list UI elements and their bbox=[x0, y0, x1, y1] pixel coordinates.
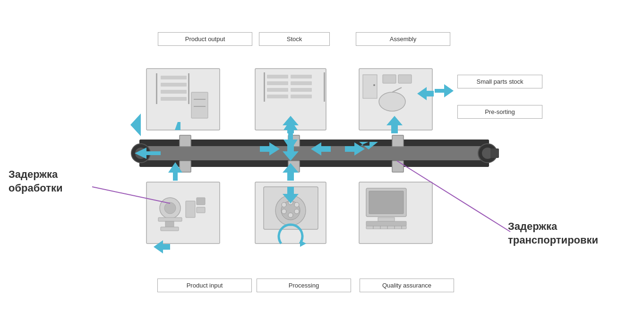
svg-marker-85 bbox=[283, 163, 299, 181]
svg-point-2 bbox=[131, 144, 150, 163]
svg-rect-26 bbox=[267, 88, 288, 92]
svg-rect-23 bbox=[255, 69, 326, 130]
svg-marker-84 bbox=[168, 162, 182, 181]
svg-point-5 bbox=[482, 148, 493, 159]
svg-marker-88 bbox=[154, 240, 170, 253]
svg-rect-60 bbox=[359, 182, 432, 244]
annotation-delay-transport: Задержка транспортировки bbox=[508, 220, 598, 247]
label-quality-assurance: Quality assurance bbox=[360, 279, 454, 292]
svg-rect-65 bbox=[366, 226, 406, 229]
svg-rect-25 bbox=[267, 81, 288, 85]
conveyor-belt-inner bbox=[144, 144, 484, 162]
main-container: Product output Stock Assembly Small part… bbox=[0, 0, 644, 314]
svg-marker-76 bbox=[283, 116, 299, 133]
svg-rect-33 bbox=[324, 72, 325, 102]
svg-marker-71 bbox=[130, 113, 155, 136]
svg-rect-47 bbox=[186, 201, 195, 218]
svg-rect-9 bbox=[392, 135, 404, 147]
svg-line-40 bbox=[392, 87, 402, 92]
svg-rect-8 bbox=[288, 135, 300, 147]
svg-marker-72 bbox=[135, 148, 161, 159]
svg-marker-87 bbox=[300, 240, 306, 247]
svg-line-90 bbox=[92, 187, 170, 203]
svg-rect-48 bbox=[197, 198, 205, 205]
svg-rect-64 bbox=[366, 221, 406, 226]
svg-rect-15 bbox=[161, 83, 187, 87]
svg-rect-6 bbox=[490, 148, 499, 158]
svg-marker-79 bbox=[435, 84, 454, 97]
svg-point-39 bbox=[379, 92, 405, 111]
svg-rect-38 bbox=[398, 75, 412, 83]
svg-rect-34 bbox=[359, 69, 432, 130]
svg-rect-10 bbox=[180, 161, 191, 172]
label-processing: Processing bbox=[257, 279, 351, 292]
svg-rect-19 bbox=[188, 73, 189, 104]
label-stock: Stock bbox=[259, 32, 330, 46]
svg-marker-77 bbox=[283, 144, 299, 161]
svg-point-4 bbox=[478, 144, 497, 163]
svg-rect-14 bbox=[161, 76, 187, 79]
svg-rect-24 bbox=[267, 75, 288, 78]
svg-rect-12 bbox=[392, 161, 404, 172]
svg-point-56 bbox=[294, 202, 299, 207]
svg-point-58 bbox=[288, 213, 293, 218]
svg-marker-78 bbox=[386, 116, 403, 133]
svg-rect-61 bbox=[366, 188, 406, 217]
svg-rect-50 bbox=[255, 182, 326, 244]
svg-rect-31 bbox=[291, 95, 312, 98]
svg-rect-0 bbox=[139, 140, 489, 146]
svg-marker-86 bbox=[283, 187, 299, 203]
svg-rect-45 bbox=[165, 221, 174, 227]
svg-rect-18 bbox=[156, 73, 157, 104]
svg-marker-83 bbox=[345, 142, 365, 156]
svg-line-91 bbox=[397, 161, 510, 232]
svg-point-55 bbox=[288, 200, 293, 205]
svg-point-3 bbox=[135, 148, 146, 159]
svg-rect-37 bbox=[383, 75, 396, 83]
svg-point-52 bbox=[275, 195, 306, 226]
svg-point-57 bbox=[294, 209, 299, 214]
annotation-delay-processing: Задержка обработки bbox=[9, 168, 63, 195]
svg-rect-44 bbox=[158, 218, 182, 221]
svg-point-43 bbox=[164, 202, 176, 214]
svg-rect-1 bbox=[139, 160, 489, 167]
svg-marker-73 bbox=[175, 122, 180, 130]
svg-rect-13 bbox=[146, 69, 220, 130]
svg-rect-63 bbox=[378, 218, 395, 221]
svg-point-59 bbox=[282, 209, 286, 214]
label-assembly: Assembly bbox=[356, 32, 450, 46]
svg-rect-29 bbox=[291, 81, 312, 85]
svg-rect-30 bbox=[291, 88, 312, 92]
svg-rect-51 bbox=[264, 187, 318, 229]
label-product-output: Product output bbox=[158, 32, 252, 46]
svg-rect-32 bbox=[264, 72, 265, 102]
svg-rect-46 bbox=[161, 227, 179, 231]
svg-point-53 bbox=[281, 201, 300, 220]
label-pre-sorting: Pre-sorting bbox=[457, 105, 542, 119]
svg-rect-36 bbox=[373, 84, 375, 86]
svg-rect-28 bbox=[291, 75, 312, 78]
svg-rect-27 bbox=[267, 95, 288, 98]
svg-point-42 bbox=[160, 198, 180, 218]
svg-marker-82 bbox=[260, 142, 280, 156]
label-product-input: Product input bbox=[157, 279, 252, 292]
label-small-parts-stock: Small parts stock bbox=[457, 75, 542, 88]
svg-rect-41 bbox=[146, 182, 220, 244]
diagram-svg bbox=[0, 0, 644, 314]
svg-marker-74 bbox=[283, 120, 298, 135]
svg-rect-7 bbox=[180, 135, 191, 147]
svg-marker-81 bbox=[311, 142, 331, 156]
svg-marker-80 bbox=[359, 142, 378, 149]
svg-rect-20 bbox=[191, 92, 208, 118]
svg-rect-16 bbox=[161, 90, 187, 94]
svg-rect-62 bbox=[369, 191, 404, 214]
svg-rect-11 bbox=[288, 161, 300, 172]
svg-marker-75 bbox=[283, 135, 298, 150]
svg-rect-49 bbox=[197, 207, 205, 213]
conveyor-belt-outer bbox=[139, 140, 489, 167]
svg-point-54 bbox=[282, 202, 286, 207]
svg-marker-89 bbox=[417, 87, 434, 100]
svg-rect-35 bbox=[363, 75, 377, 98]
svg-rect-17 bbox=[161, 97, 187, 101]
